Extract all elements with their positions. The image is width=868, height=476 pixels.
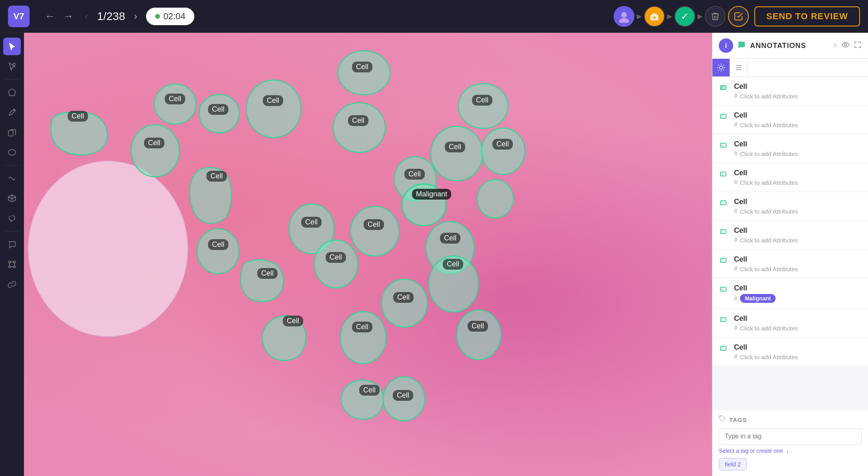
annotations-icon [737,40,746,51]
ann-hash-7: # [734,265,738,272]
ann-cell-icon-5 [719,198,730,210]
ann-name-7: Cell [734,255,862,264]
ann-attr-6[interactable]: Click to add Attributes [740,237,798,244]
ann-attr-5[interactable]: Click to add Attributes [740,208,798,215]
ann-name-2: Cell [734,111,862,120]
svg-point-11 [8,266,10,268]
toolbar-divider-1 [5,79,19,80]
trash-button[interactable] [705,6,726,27]
ellipse-tool-button[interactable] [3,144,21,161]
tags-input[interactable] [719,428,862,444]
svg-marker-6 [8,89,16,96]
ann-attr-3[interactable]: Click to add Attributes [740,150,798,157]
annotation-item-5[interactable]: Cell # Click to add Attributes [712,192,868,221]
undo-button[interactable]: ← [42,8,58,25]
ann-cell-icon-7 [719,256,730,267]
svg-rect-7 [8,130,13,136]
svg-rect-57 [720,258,726,262]
svg-point-8 [8,150,16,155]
annotation-item-3[interactable]: Cell # Click to add Attributes [712,134,868,163]
ann-cell-icon-4 [719,170,730,181]
lasso-tool-button[interactable] [3,210,21,227]
left-toolbar [0,33,24,476]
ann-hash-8: # [734,295,738,302]
ann-hash-9: # [734,324,738,332]
circle-icon[interactable]: ○ [833,41,838,51]
svg-point-0 [621,12,627,18]
next-image-button[interactable]: › [132,8,140,25]
prev-image-button[interactable]: ‹ [82,8,91,25]
ann-content-8: Cell # Malignant [734,284,862,303]
annotation-item-2[interactable]: Cell # Click to add Attributes [712,106,868,134]
ann-content-5: Cell # Click to add Attributes [734,198,862,215]
ann-content-7: Cell # Click to add Attributes [734,255,862,272]
link-tool-button[interactable] [3,276,21,293]
app-logo: V7 [8,6,30,27]
annotation-item-9[interactable]: Cell # Click to add Attributes [712,309,868,338]
ann-sub-1: # Click to add Attributes [734,92,862,100]
annotation-item-1[interactable]: Cell # Click to add Attributes [712,77,868,106]
redo-button[interactable]: → [61,8,76,25]
annotation-item-10[interactable]: Cell # Click to add Attributes [712,338,868,366]
ann-sub-2: # Click to add Attributes [734,121,862,128]
freehand-tool-button[interactable] [3,170,21,187]
annotation-item-4[interactable]: Cell # Click to add Attributes [712,163,868,192]
send-to-review-button[interactable]: SEND TO REVIEW [754,6,860,26]
svg-rect-47 [720,114,726,118]
svg-rect-63 [720,346,726,350]
malignant-tag[interactable]: Malignant [740,294,776,303]
info-button[interactable]: i [719,38,733,53]
annotation-item-8[interactable]: Cell # Malignant [712,278,868,309]
ann-cell-icon-2 [719,112,730,123]
ann-sub-7: # Click to add Attributes [734,265,862,272]
field-badge[interactable]: field 2 [719,458,747,470]
graph-tool-button[interactable] [3,256,21,273]
ann-cell-icon-9 [719,315,730,326]
ann-cell-icon-1 [719,83,730,94]
ann-sub-4: # Click to add Attributes [734,179,862,186]
ann-attr-7[interactable]: Click to add Attributes [740,266,798,272]
svg-rect-59 [720,287,726,291]
comment-tool-button[interactable] [3,236,21,253]
cube-tool-button[interactable] [3,190,21,207]
svg-rect-51 [720,172,726,176]
expand-icon[interactable] [854,41,862,51]
canvas-area[interactable]: Cell Cell Cell Cell Cell Cell Cell Cell … [24,33,712,476]
tool-chevron: ▶ [667,12,672,20]
tab-list[interactable] [730,59,748,76]
ann-name-4: Cell [734,169,862,177]
tool-avatar[interactable] [644,6,665,27]
nav-arrows: ← → [42,8,76,25]
svg-rect-55 [720,230,726,234]
timer-dot [155,14,160,19]
eye-icon[interactable] [842,41,850,51]
smart-select-tool-button[interactable] [3,58,21,75]
ann-content-10: Cell # Click to add Attributes [734,343,862,360]
ann-attr-4[interactable]: Click to add Attributes [740,179,798,186]
annotation-list: Cell # Click to add Attributes Cell [712,77,868,409]
ann-content-1: Cell # Click to add Attributes [734,82,862,100]
ann-attr-1[interactable]: Click to add Attributes [740,93,798,100]
topbar: V7 ← → ‹ 1/238 › 02:04 ▶ ▶ ✓ [0,0,868,33]
ann-attr-10[interactable]: Click to add Attributes [740,354,798,360]
timer-display: 02:04 [146,8,194,25]
review-icon[interactable] [728,6,749,27]
pen-tool-button[interactable] [3,104,21,121]
ann-hash-3: # [734,150,738,157]
ann-hash-10: # [734,353,738,360]
svg-point-12 [13,266,15,268]
ann-cell-icon-10 [719,344,730,355]
duplicate-tool-button[interactable] [3,124,21,141]
annotation-item-6[interactable]: Cell # Click to add Attributes [712,221,868,250]
ann-attr-2[interactable]: Click to add Attributes [740,122,798,128]
select-tool-button[interactable] [3,38,21,55]
ann-hash-1: # [734,92,738,100]
annotation-item-7[interactable]: Cell # Click to add Attributes [712,250,868,278]
ann-attr-9[interactable]: Click to add Attributes [740,325,798,332]
check-avatar[interactable]: ✓ [674,6,695,27]
tab-properties[interactable] [712,59,730,76]
avatar-group: ▶ ▶ ✓ ▶ SEND TO REVIEW [614,6,860,27]
polygon-tool-button[interactable] [3,84,21,101]
ann-sub-10: # Click to add Attributes [734,353,862,360]
user-avatar[interactable] [614,6,634,27]
